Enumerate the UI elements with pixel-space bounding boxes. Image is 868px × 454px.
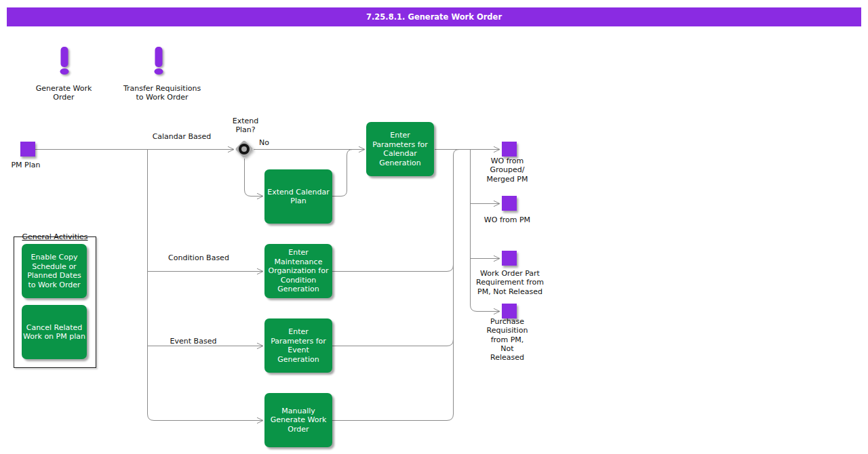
exclamation-icon[interactable] (149, 47, 168, 75)
task-enter-parameters-calendar[interactable]: Enter Parameters for Calendar Generation (366, 122, 434, 176)
exclamation-icon[interactable] (55, 47, 74, 75)
task-manually-generate-work-order[interactable]: Manually Generate Work Order (264, 393, 332, 447)
milestone-transfer-requisitions-label[interactable]: Transfer Requisitions to Work Order (111, 84, 213, 102)
milestone-generate-work-order-label[interactable]: Generate Work Order (23, 84, 104, 102)
wire-decision-to-extend (245, 159, 264, 197)
wire-extend-out (332, 150, 357, 197)
task-label: Cancel Related Work on PM plan (23, 323, 85, 342)
output-purchase-requisition-label: Purchase Requisition from PM, Not Releas… (480, 317, 534, 362)
branch-label-event: Event Based (166, 337, 220, 346)
output-purchase-requisition-node[interactable] (502, 304, 517, 318)
task-label: Enter Parameters for Calendar Generation (372, 131, 428, 167)
task-enter-maintenance-organization[interactable]: Enter Maintenance Organization for Condi… (264, 244, 332, 298)
decision-no-label: No (259, 138, 279, 147)
task-extend-calendar-plan[interactable]: Extend Calendar Plan (264, 169, 332, 224)
task-label: Enter Parameters for Event Generation (271, 327, 326, 364)
output-wo-from-pm-label: WO from PM (475, 215, 540, 224)
output-wo-part-requirement-label: Work Order Part Requirement from PM, Not… (473, 269, 547, 296)
output-wo-from-pm-node[interactable] (502, 196, 517, 211)
output-wo-grouped-merged-pm-node[interactable] (502, 142, 517, 157)
pm-plan-node[interactable] (20, 142, 35, 157)
page-title: 7.25.8.1. Generate Work Order (7, 7, 861, 26)
task-cancel-related-work[interactable]: Cancel Related Work on PM plan (22, 305, 87, 359)
task-enable-copy-schedule[interactable]: Enable Copy Schedule or Planned Dates to… (22, 244, 87, 298)
task-label: Manually Generate Work Order (271, 407, 327, 434)
connector-lines (0, 0, 868, 454)
task-label: Enter Maintenance Organization for Condi… (269, 248, 329, 294)
branch-label-calendar: Calandar Based (148, 132, 216, 141)
pm-plan-label: PM Plan (8, 161, 43, 169)
wire-collector (332, 150, 459, 421)
wire-trunk-to-manual (148, 150, 264, 421)
output-wo-grouped-merged-pm-label: WO from Grouped/ Merged PM (475, 157, 540, 184)
branch-label-condition: Condition Based (165, 253, 233, 262)
general-activities-title: General Activities (14, 232, 96, 241)
task-label: Extend Calendar Plan (267, 188, 329, 206)
decision-gateway-icon (231, 136, 258, 163)
task-label: Enable Copy Schedule or Planned Dates to… (27, 253, 81, 289)
wire-condition-out (332, 265, 454, 272)
task-enter-parameters-event[interactable]: Enter Parameters for Event Generation (264, 318, 332, 373)
process-diagram: 7.25.8.1. Generate Work Order Generate W… (0, 0, 868, 454)
wire-event-out (332, 339, 454, 346)
output-wo-part-requirement-node[interactable] (502, 251, 517, 266)
decision-question-label: Extend Plan? (225, 117, 266, 135)
